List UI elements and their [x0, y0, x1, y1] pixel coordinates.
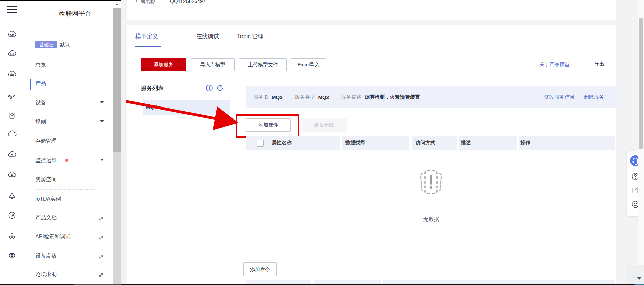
alert-dot	[65, 159, 68, 162]
chevron-down-icon[interactable]	[100, 120, 104, 123]
service-type-label: 服务类型	[295, 94, 315, 100]
tab-online-debug[interactable]: 在线调试	[196, 32, 219, 40]
sidebar-item-monitoring[interactable]: 监控运维	[35, 157, 57, 164]
device-card-icon[interactable]	[7, 110, 17, 120]
external-link-icon	[98, 235, 104, 240]
sidebar-item-resource-space[interactable]: 资源空间	[35, 176, 57, 184]
edition-name: 默认	[60, 42, 70, 48]
prism-scale-icon[interactable]	[7, 191, 17, 201]
waves-icon[interactable]	[7, 90, 17, 99]
service-info-bar: 服务ID MQ2 服务类型 MQ2 服务描述 烟雾检测，火警预警装置 修改服务信…	[246, 86, 616, 108]
upload-model-file-button[interactable]: 上传模型文件	[239, 58, 287, 71]
service-id-value: MQ2	[272, 94, 283, 100]
service-info-actions: 修改服务信息 删除服务	[536, 94, 604, 100]
add-service-button[interactable]: 添加服务	[141, 58, 186, 71]
add-property-button[interactable]: 添加属性	[246, 118, 291, 132]
select-all-checkbox[interactable]	[257, 140, 264, 147]
import-library-model-button[interactable]: 导入库模型	[191, 58, 235, 71]
sidebar-item-products[interactable]: 产品	[35, 80, 46, 87]
service-id-label: 服务ID	[253, 94, 268, 100]
cloud-upload-icon[interactable]	[7, 150, 17, 159]
chevron-down-icon[interactable]	[100, 159, 104, 161]
service-list-divider	[141, 99, 230, 99]
edition-badge: 基础版	[35, 41, 57, 48]
add-service-plus-icon[interactable]	[205, 84, 213, 92]
sidebar-item-overview[interactable]: 总览	[35, 62, 46, 69]
tab-topic-management[interactable]: Topic 管理	[237, 32, 263, 40]
column-header-access-mode: 访问方式	[412, 136, 457, 150]
sidebar-title: 物联网平台	[59, 9, 91, 18]
sidebar-item-product-docs[interactable]: 产品文档	[35, 214, 57, 222]
tab-model-definition[interactable]: 模型定义	[135, 32, 158, 40]
vendor-name-label: 厂商名称	[135, 0, 155, 5]
sidebar-divider	[59, 30, 119, 30]
about-product-model-link[interactable]: 关于产品模型	[539, 61, 570, 68]
tab-bottom-border	[127, 47, 616, 47]
sidebar-scrollbar-thumb[interactable]	[113, 8, 121, 152]
ip-circle-icon[interactable]	[7, 211, 17, 220]
delete-service-link[interactable]: 删除服务	[584, 94, 604, 100]
cloud-icon[interactable]	[7, 129, 17, 139]
window-top-edge	[0, 0, 121, 1]
external-link-icon	[98, 272, 104, 278]
column-header-operation: 操作	[519, 136, 615, 150]
sidebar-item-storage[interactable]: 存储管理	[35, 138, 57, 145]
panel-vertical-divider	[234, 83, 234, 285]
external-link-icon	[98, 216, 104, 221]
service-name: MQ2	[146, 104, 157, 110]
sidebar-item-iotda-instance[interactable]: IoTDA实例	[35, 196, 61, 203]
sidebar-item-rules[interactable]: 规则	[35, 119, 46, 126]
no-data-icon	[418, 168, 444, 199]
scrollbar-bottom-area	[626, 265, 644, 284]
sidebar-item-forum-help[interactable]: 论坛求助	[35, 271, 57, 278]
vendor-name-value: QQ1126626497	[170, 0, 206, 4]
icon-rail	[0, 0, 24, 284]
service-desc-label: 服务描述	[341, 94, 361, 100]
service-list-item-selected[interactable]: MQ2	[143, 100, 230, 115]
export-button[interactable]: 导出	[583, 58, 616, 70]
modify-service-link[interactable]: 修改服务信息	[544, 94, 575, 100]
sidebar-item-api-explorer[interactable]: API检索和调试	[35, 233, 71, 241]
page-scrollbar-thumb[interactable]	[639, 18, 643, 149]
add-command-button[interactable]: 添加命令	[243, 262, 277, 276]
service-type-value: MQ2	[318, 94, 329, 100]
product-detail-card: 模型定义 在线调试 Topic 管理 添加服务 导入库模型 上传模型文件 Exc…	[127, 25, 616, 285]
cloud-ellipsis-icon[interactable]	[7, 49, 17, 58]
cluster-icon[interactable]	[7, 231, 17, 241]
column-header-data-type: 数据类型	[342, 136, 409, 150]
rail-divider	[3, 23, 21, 23]
sidebar-dashed-divider	[35, 189, 95, 190]
excel-import-button[interactable]: Excel导入	[291, 58, 326, 71]
cloud-console-icon[interactable]	[7, 70, 17, 79]
globe-icon[interactable]	[7, 251, 17, 260]
hamburger-menu-icon[interactable]	[7, 4, 17, 13]
scrollbar-down-arrow[interactable]	[637, 277, 642, 280]
cloud-server-icon[interactable]	[7, 30, 17, 39]
active-item-bar	[30, 79, 31, 90]
iot-platform-console: 物联网平台 基础版 默认 总览 产品 设备 规则 存储管理 监控运维 资源空间 …	[0, 0, 644, 285]
scrollbar-up-arrow[interactable]: ▲	[113, 0, 121, 8]
chevron-down-icon[interactable]	[100, 101, 104, 103]
no-data-text: 无数据	[415, 216, 447, 223]
batch-delete-button-disabled: 批量删除	[301, 118, 347, 132]
cloud-play-icon[interactable]	[7, 170, 17, 180]
service-list-title: 服务列表	[141, 84, 164, 92]
column-header-description: 描述	[459, 136, 517, 150]
service-desc-value: 烟雾检测，火警预警装置	[365, 94, 420, 100]
refresh-icon[interactable]	[216, 84, 224, 92]
external-link-icon	[98, 254, 104, 259]
sidebar-item-devices[interactable]: 设备	[35, 99, 46, 107]
vendor-card: 厂商名称 QQ1126626497	[127, 0, 616, 20]
sidebar-item-device-provisioning[interactable]: 设备发放	[35, 253, 57, 260]
